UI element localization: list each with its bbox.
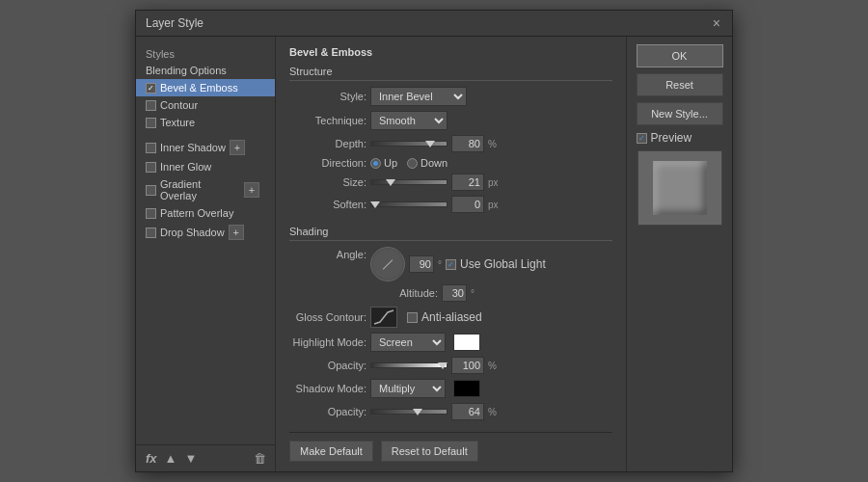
angle-controls: 90 ° Use Global Light Altitude: 30 °	[370, 247, 546, 302]
delete-btn[interactable]: 🗑	[254, 451, 266, 466]
bevel-emboss-label: Bevel & Emboss	[160, 82, 238, 94]
fx-icon: fx	[146, 451, 157, 466]
move-down-btn[interactable]: ▼	[184, 451, 197, 466]
contour-checkbox[interactable]	[146, 100, 156, 111]
anti-aliased-row: Anti-aliased	[407, 310, 482, 324]
title-bar: Layer Style ×	[136, 11, 732, 37]
depth-slider[interactable]	[370, 141, 448, 147]
middle-panel: Bevel & Emboss Structure Style: Inner Be…	[276, 37, 626, 471]
highlight-opacity-input[interactable]: 100	[451, 357, 484, 374]
highlight-opacity-slider-wrap	[370, 362, 448, 368]
sidebar-item-texture[interactable]: Texture	[136, 114, 275, 131]
close-button[interactable]: ×	[711, 16, 722, 30]
highlight-color-swatch[interactable]	[453, 334, 480, 351]
sidebar-item-drop-shadow[interactable]: Drop Shadow +	[136, 222, 275, 243]
make-default-btn[interactable]: Make Default	[289, 441, 373, 462]
sidebar-item-bevel-emboss[interactable]: Bevel & Emboss	[136, 79, 275, 96]
move-up-btn[interactable]: ▲	[165, 451, 177, 466]
global-light-row: Use Global Light	[446, 257, 546, 271]
preview-check-row: Preview	[637, 131, 723, 145]
angle-unit: °	[438, 259, 442, 270]
left-bottom-bar: fx ▲ ▼ 🗑	[136, 444, 276, 471]
inner-shadow-label: Inner Shadow	[160, 142, 226, 153]
shadow-opacity-input[interactable]: 64	[451, 403, 484, 420]
gradient-overlay-checkbox[interactable]	[146, 185, 156, 196]
drop-shadow-add-btn[interactable]: +	[229, 225, 244, 240]
styles-section-title: Styles	[136, 44, 275, 62]
new-style-button[interactable]: New Style...	[637, 102, 723, 125]
shadow-opacity-slider[interactable]	[370, 409, 448, 415]
direction-row: Direction: Up Down	[289, 157, 612, 169]
angle-wheel[interactable]	[370, 247, 405, 281]
size-unit: px	[488, 177, 499, 188]
size-slider[interactable]	[370, 179, 448, 185]
direction-up-radio[interactable]	[370, 158, 381, 169]
highlight-opacity-slider[interactable]	[370, 362, 448, 368]
technique-select[interactable]: Smooth	[370, 111, 448, 130]
pattern-overlay-checkbox[interactable]	[146, 208, 156, 219]
left-panel-bottom: fx ▲ ▼ 🗑	[136, 444, 276, 471]
angle-input[interactable]: 90	[409, 255, 434, 273]
direction-radio-group: Up Down	[370, 157, 448, 169]
structure-header: Structure	[289, 66, 612, 81]
sidebar-item-pattern-overlay[interactable]: Pattern Overlay	[136, 204, 275, 222]
anti-aliased-checkbox[interactable]	[407, 312, 418, 323]
soften-slider[interactable]	[370, 201, 448, 207]
inner-glow-label: Inner Glow	[160, 161, 211, 173]
depth-unit: %	[488, 139, 497, 149]
depth-row: Depth: 80 %	[289, 135, 612, 152]
global-light-label: Use Global Light	[460, 257, 546, 271]
preview-inner	[653, 161, 707, 215]
shadow-opacity-row: Opacity: 64 %	[289, 403, 612, 420]
global-light-checkbox[interactable]	[446, 259, 456, 270]
sidebar-item-contour[interactable]: Contour	[136, 96, 275, 114]
direction-down-item[interactable]: Down	[407, 157, 448, 169]
highlight-mode-label: Highlight Mode:	[289, 336, 366, 348]
dialog-title: Layer Style	[146, 16, 203, 30]
depth-slider-wrap	[370, 141, 448, 147]
inner-shadow-add-btn[interactable]: +	[230, 140, 245, 155]
sidebar-item-inner-shadow[interactable]: Inner Shadow +	[136, 137, 275, 158]
bevel-emboss-section-header: Bevel & Emboss	[289, 46, 612, 58]
gradient-overlay-add-btn[interactable]: +	[244, 182, 259, 198]
altitude-unit: °	[471, 288, 475, 299]
inner-glow-checkbox[interactable]	[146, 162, 156, 173]
preview-box	[637, 150, 722, 226]
altitude-label: Altitude:	[370, 287, 438, 299]
highlight-opacity-label: Opacity:	[289, 360, 366, 371]
gradient-overlay-label: Gradient Overlay	[160, 178, 240, 201]
sidebar-item-gradient-overlay[interactable]: Gradient Overlay +	[136, 175, 275, 204]
drop-shadow-label: Drop Shadow	[160, 227, 225, 238]
direction-down-radio[interactable]	[407, 158, 418, 169]
blending-options-item[interactable]: Blending Options	[136, 62, 275, 79]
shadow-mode-row: Shadow Mode: Multiply	[289, 379, 612, 398]
right-panel: OK Reset New Style... Preview	[626, 37, 732, 471]
texture-checkbox[interactable]	[146, 118, 156, 128]
direction-up-item[interactable]: Up	[370, 157, 397, 169]
inner-shadow-checkbox[interactable]	[146, 143, 156, 153]
direction-down-label: Down	[420, 157, 448, 169]
reset-button[interactable]: Reset	[637, 73, 723, 96]
preview-checkbox[interactable]	[637, 133, 647, 144]
shadow-color-swatch[interactable]	[453, 380, 480, 397]
contour-label: Contour	[160, 99, 198, 111]
ok-button[interactable]: OK	[637, 44, 723, 67]
highlight-mode-select[interactable]: Screen	[370, 333, 446, 352]
soften-input[interactable]: 0	[451, 196, 484, 213]
angle-line	[383, 259, 393, 270]
highlight-opacity-row: Opacity: 100 %	[289, 357, 612, 374]
drop-shadow-checkbox[interactable]	[146, 228, 156, 238]
angle-top-row: 90 ° Use Global Light	[370, 247, 546, 281]
pattern-overlay-label: Pattern Overlay	[160, 207, 233, 219]
shadow-mode-select[interactable]: Multiply	[370, 379, 446, 398]
sidebar-item-inner-glow[interactable]: Inner Glow	[136, 158, 275, 175]
altitude-input[interactable]: 30	[442, 284, 467, 302]
texture-label: Texture	[160, 117, 195, 128]
reset-to-default-btn[interactable]: Reset to Default	[381, 441, 478, 462]
size-input[interactable]: 21	[451, 174, 484, 191]
depth-label: Depth:	[289, 138, 366, 149]
contour-preview[interactable]	[370, 307, 397, 328]
style-select[interactable]: Inner Bevel	[370, 87, 467, 106]
bevel-emboss-checkbox[interactable]	[146, 83, 156, 94]
depth-input[interactable]: 80	[451, 135, 484, 152]
